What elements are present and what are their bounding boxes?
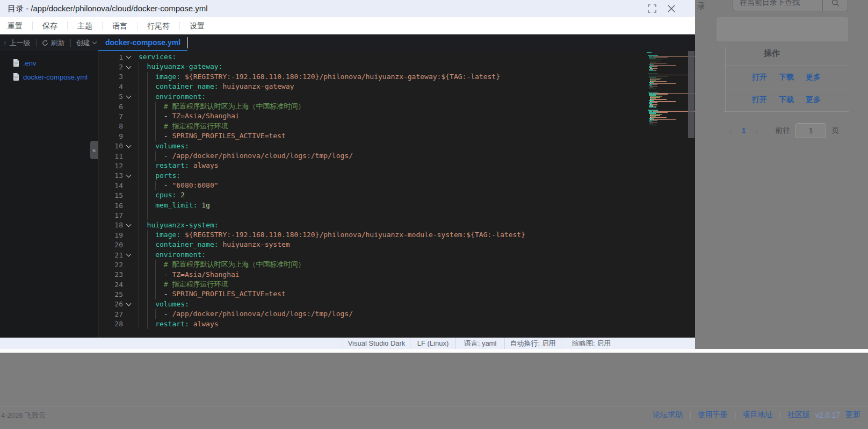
status-cell-0[interactable]: Visual Studio Dark <box>343 338 410 349</box>
collapse-tree-handle[interactable]: « <box>90 141 98 159</box>
code-line[interactable]: 3image: ${REGISTRY:-192.168.110.180:120}… <box>98 72 695 82</box>
close-icon[interactable] <box>667 4 676 13</box>
code-line[interactable]: 28restart: always <box>98 319 695 329</box>
fold-chevron[interactable] <box>123 175 134 177</box>
row-action-2[interactable]: 更多 <box>806 95 821 105</box>
indent-guide <box>147 319 148 329</box>
code-line[interactable]: 19image: ${REGISTRY:-192.168.110.180:120… <box>98 230 695 240</box>
code-line[interactable]: 25- SPRING_PROFILES_ACTIVE=test <box>98 289 695 299</box>
fold-chevron[interactable] <box>123 96 134 98</box>
row-action-0[interactable]: 打开 <box>752 95 767 105</box>
fold-chevron[interactable] <box>123 145 134 147</box>
toolbar-button-5[interactable]: 设置 <box>179 22 214 30</box>
status-cell-2[interactable]: 语言: yaml <box>455 338 504 349</box>
create-button[interactable]: 创建 <box>70 39 102 47</box>
code-line[interactable]: 2huiyuanzx-gateway: <box>98 62 695 72</box>
prev-page-button[interactable]: ‹ <box>724 126 737 135</box>
indent-guide <box>147 72 148 82</box>
fold-chevron[interactable] <box>123 56 134 58</box>
fold-chevron[interactable] <box>123 303 134 305</box>
search-input[interactable]: 在当前目录下查找 <box>733 0 822 11</box>
footer-link-1[interactable]: 使用手册 <box>698 410 728 420</box>
toolbar-button-3[interactable]: 语言 <box>102 22 137 30</box>
chevron-down-icon <box>126 93 131 98</box>
code-text: volumes: <box>139 299 189 309</box>
next-page-button[interactable]: › <box>750 126 763 135</box>
goto-page-input[interactable]: 1 <box>795 123 826 138</box>
token-v: TZ=Asia/Shanghai <box>172 111 239 121</box>
refresh-button[interactable]: 刷新 <box>36 39 70 47</box>
code-line[interactable]: 5environment: <box>98 92 695 102</box>
indent-guide <box>155 131 156 141</box>
code-line[interactable]: 27- /app/docker/philonova/cloud/logs:/tm… <box>98 309 695 319</box>
code-line[interactable]: 12restart: always <box>98 161 695 170</box>
token-c: # 指定程序运行环境 <box>164 280 228 289</box>
toolbar-button-4[interactable]: 行尾符 <box>137 22 179 30</box>
indent-guide <box>147 240 148 249</box>
indent-guide <box>147 289 148 299</box>
indent-guide <box>155 280 156 289</box>
token-k: volumes: <box>155 299 189 309</box>
code-line[interactable]: 21environment: <box>98 250 695 260</box>
code-line[interactable]: 24# 指定程序运行环境 <box>98 280 695 289</box>
fullscreen-icon[interactable] <box>648 4 656 13</box>
code-line[interactable]: 8# 指定程序运行环境 <box>98 121 695 131</box>
code-line[interactable]: 20container_name: huiyuanzx-system <box>98 240 695 249</box>
toolbar-button-0[interactable]: 重置 <box>0 22 32 30</box>
page-number[interactable]: 1 <box>737 126 750 135</box>
code-line[interactable]: 9- SPRING_PROFILES_ACTIVE=test <box>98 131 695 141</box>
editor-scrollbar[interactable] <box>688 51 695 138</box>
code-line[interactable]: 18huiyuanzx-system: <box>98 220 695 230</box>
tab-docker-compose[interactable]: docker-compose.yml <box>98 34 187 51</box>
row-action-2[interactable]: 更多 <box>806 73 821 82</box>
code-line[interactable]: 13ports: <box>98 171 695 181</box>
toolbar-button-2[interactable]: 主题 <box>67 22 102 30</box>
code-line[interactable]: 15cpus: 2 <box>98 190 695 200</box>
status-cell-4[interactable]: 缩略图: 启用 <box>561 338 621 349</box>
indent-guide <box>139 250 139 260</box>
row-action-1[interactable]: 下载 <box>779 73 794 82</box>
code-line[interactable]: 16mem_limit: 1g <box>98 201 695 210</box>
update-link[interactable]: 更新 <box>845 410 860 420</box>
code-line[interactable]: 17 <box>98 210 695 220</box>
toolbar-button-1[interactable]: 保存 <box>32 22 67 30</box>
table-row: 打开下载更多 <box>724 89 849 111</box>
code-line[interactable]: 7- TZ=Asia/Shanghai <box>98 111 695 121</box>
code-line[interactable]: 11- /app/docker/philonova/cloud/logs:/tm… <box>98 151 695 161</box>
up-level-button[interactable]: ↑ 上一级 <box>0 39 36 47</box>
line-number: 20 <box>98 241 123 249</box>
file-item[interactable]: docker-compose.yml <box>0 70 98 84</box>
line-number: 2 <box>98 63 123 71</box>
line-number: 28 <box>98 320 123 328</box>
code-line[interactable]: 1services: <box>98 52 695 62</box>
fold-chevron[interactable] <box>123 66 134 68</box>
explorer-tools: ↑ 上一级 刷新 创建 <box>0 34 98 51</box>
token-k: environment: <box>155 250 206 260</box>
up-arrow-icon: ↑ <box>3 39 7 47</box>
line-number: 23 <box>98 270 123 278</box>
code-line[interactable]: 6# 配置程序默认时区为上海（中国标准时间） <box>98 102 695 111</box>
row-action-0[interactable]: 打开 <box>752 73 767 82</box>
code-line[interactable]: 26volumes: <box>98 299 695 309</box>
status-cell-3[interactable]: 自动换行: 启用 <box>504 338 561 349</box>
code-line[interactable]: 4container_name: huiyuanzx-gateway <box>98 82 695 91</box>
code-line[interactable]: 14- "6080:6080" <box>98 181 695 190</box>
status-cell-1[interactable]: LF (Linux) <box>410 338 455 349</box>
file-item[interactable]: .env <box>0 56 98 70</box>
fold-chevron[interactable] <box>123 224 134 226</box>
code-line[interactable]: 23- TZ=Asia/Shanghai <box>98 270 695 280</box>
token-v: always <box>189 161 219 170</box>
file-name: .env <box>23 59 37 67</box>
code-editor[interactable]: 1services:2huiyuanzx-gateway:3image: ${R… <box>98 51 695 338</box>
code-line[interactable]: 10volumes: <box>98 141 695 151</box>
code-line[interactable]: 22# 配置程序默认时区为上海（中国标准时间） <box>98 260 695 269</box>
indent-guide <box>139 289 139 299</box>
footer-link-3[interactable]: 社区版 <box>787 410 810 420</box>
footer-link-2[interactable]: 项目地址 <box>742 410 772 420</box>
search-button[interactable] <box>822 0 848 11</box>
line-number: 10 <box>98 142 123 150</box>
fold-chevron[interactable] <box>123 254 134 256</box>
row-action-1[interactable]: 下载 <box>779 95 794 105</box>
chevron-down-icon <box>126 63 131 69</box>
footer-link-0[interactable]: 论坛求助 <box>653 410 683 420</box>
